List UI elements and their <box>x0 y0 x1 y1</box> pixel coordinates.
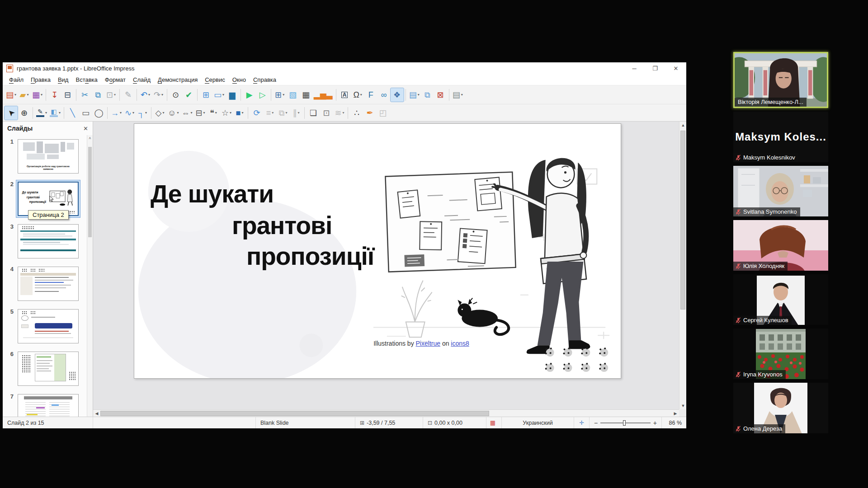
hyperlink-button[interactable]: ∞ <box>377 88 391 102</box>
arrows-tool[interactable]: →▾ <box>109 106 123 120</box>
insert-image-button[interactable]: ▧ <box>286 88 299 102</box>
dropdown-arrow-icon[interactable]: ▾ <box>272 111 274 115</box>
participant-tile-6[interactable]: Iryna Kryvonos <box>733 328 828 379</box>
slide-thumbnail-4[interactable] <box>16 265 80 303</box>
special-character-button[interactable]: Ω▾ <box>351 88 364 102</box>
icons8-link[interactable]: icons8 <box>451 340 469 347</box>
dropdown-arrow-icon[interactable]: ▾ <box>177 111 179 115</box>
slide-thumbnail-preview[interactable] <box>18 394 79 417</box>
dropdown-arrow-icon[interactable]: ▾ <box>230 111 231 115</box>
slide-thumbnail-preview[interactable] <box>18 352 79 386</box>
curve-tool[interactable]: ∿▾ <box>123 106 136 120</box>
dropdown-arrow-icon[interactable]: ▾ <box>45 111 47 115</box>
status-language[interactable]: Украинский <box>502 417 574 428</box>
menu-вид[interactable]: Вид <box>54 75 72 84</box>
fit-slide-button[interactable]: ✛ <box>574 417 590 428</box>
slide-properties-button[interactable]: ▤▾ <box>451 88 464 102</box>
menu-сервис[interactable]: Сервис <box>201 75 229 84</box>
insert-media-button[interactable]: ▦ <box>299 88 312 102</box>
participant-tile-3[interactable]: Svitlana Symonenko <box>733 166 828 216</box>
slide-title-line-1[interactable]: Де шукати <box>151 182 274 206</box>
pixeltrue-link[interactable]: Pixeltrue <box>416 340 440 347</box>
zoom-in-icon[interactable]: + <box>653 419 657 427</box>
stars-tool[interactable]: ☆▾ <box>220 106 233 120</box>
copy-button[interactable]: ⧉ <box>91 88 104 102</box>
scroll-down-arrow-icon[interactable]: ▼ <box>679 402 687 409</box>
scroll-up-icon[interactable]: ˄ <box>87 135 93 141</box>
redo-button[interactable]: ↷▾ <box>152 88 165 102</box>
menu-окно[interactable]: Окно <box>229 75 250 84</box>
undo-button[interactable]: ↶▾ <box>139 88 152 102</box>
ellipse-tool[interactable]: ◯ <box>92 106 105 120</box>
dropdown-arrow-icon[interactable]: ▾ <box>360 93 362 97</box>
connector-tool[interactable]: ┐▾ <box>136 106 149 120</box>
participant-tile-5[interactable]: Сергей Кулешов <box>733 274 828 325</box>
status-slide-number[interactable]: Слайд 2 из 15 <box>3 417 93 428</box>
scroll-right-arrow-icon[interactable]: ▶ <box>672 410 679 417</box>
zoom-slider[interactable]: − + <box>590 417 662 428</box>
slide-thumbnail-7[interactable] <box>16 392 80 417</box>
dropdown-arrow-icon[interactable]: ▾ <box>222 93 224 97</box>
start-first-slide-button[interactable]: ▶ <box>243 88 256 102</box>
duplicate-slide-button[interactable]: ⧉ <box>421 88 434 102</box>
dropdown-arrow-icon[interactable]: ▾ <box>215 111 217 115</box>
dropdown-arrow-icon[interactable]: ▾ <box>120 111 122 115</box>
fontwork-button[interactable]: F <box>364 88 377 102</box>
dropdown-arrow-icon[interactable]: ▾ <box>27 93 28 97</box>
participant-tile-7[interactable]: Олена Дереза <box>733 383 828 433</box>
unsaved-changes-icon[interactable]: ▦ <box>490 419 495 426</box>
dropdown-arrow-icon[interactable]: ▾ <box>343 111 344 115</box>
zoom-level[interactable]: 86 % <box>662 417 686 428</box>
menu-вставка[interactable]: Вставка <box>72 75 101 84</box>
open-button[interactable]: ▰▾ <box>18 88 31 102</box>
show-draw-functions-button[interactable]: ❖ <box>391 88 404 102</box>
dropdown-arrow-icon[interactable]: ▾ <box>241 111 243 115</box>
menu-формат[interactable]: Формат <box>101 75 129 84</box>
new-slide-button[interactable]: ▤▾ <box>408 88 421 102</box>
slide-title-line-2[interactable]: грантові <box>232 213 332 238</box>
display-grid-button[interactable]: ⊞ <box>199 88 212 102</box>
rectangle-tool[interactable]: ▭ <box>79 106 92 120</box>
dropdown-arrow-icon[interactable]: ▾ <box>114 93 116 97</box>
slide-title-line-3[interactable]: пропозиції <box>246 244 374 269</box>
menu-демонстрация[interactable]: Демонстрация <box>154 75 201 84</box>
status-save-state[interactable]: ▦ <box>486 417 502 428</box>
slide-thumbnail-3[interactable] <box>16 222 80 260</box>
participant-tile-4[interactable]: Юлія Холодняк <box>733 220 828 271</box>
insert-textbox-button[interactable]: A <box>338 88 351 102</box>
fill-color-tool[interactable]: ◧▾ <box>48 106 62 120</box>
slides-scrollbar-thumb[interactable] <box>88 147 92 237</box>
zoom-slider-track[interactable] <box>600 422 651 423</box>
menu-слайд[interactable]: Слайд <box>129 75 154 84</box>
dropdown-arrow-icon[interactable]: ▾ <box>148 93 150 97</box>
glue-points-tool[interactable]: ✒ <box>363 106 376 120</box>
vertical-scrollbar[interactable]: ▲ ▼ <box>679 122 686 409</box>
dropdown-arrow-icon[interactable]: ▾ <box>59 111 61 115</box>
crop-tool[interactable]: ⊡ <box>320 106 333 120</box>
scroll-left-arrow-icon[interactable]: ◀ <box>93 410 100 417</box>
dropdown-arrow-icon[interactable]: ▾ <box>190 111 192 115</box>
close-button[interactable]: ✕ <box>665 62 686 75</box>
find-replace-button[interactable]: ⊙ <box>169 88 182 102</box>
dropdown-arrow-icon[interactable]: ▾ <box>461 93 463 97</box>
line-tool[interactable]: ╲ <box>66 106 79 120</box>
dropdown-arrow-icon[interactable]: ▾ <box>161 93 163 97</box>
slide-thumbnail-preview[interactable] <box>18 224 79 258</box>
menu-правка[interactable]: Правка <box>27 75 54 84</box>
horizontal-scrollbar[interactable]: ◀ ▶ <box>93 409 679 417</box>
new-document-button[interactable]: ▤▾ <box>5 88 18 102</box>
dropdown-arrow-icon[interactable]: ▾ <box>162 111 164 115</box>
print-button[interactable]: ⊟ <box>61 88 74 102</box>
slide-thumbnail-1[interactable]: Організація роботи над грантовою заявкою <box>16 137 80 175</box>
insert-table-button[interactable]: ⊞▾ <box>273 88 286 102</box>
master-slide-button[interactable]: ▆ <box>226 88 239 102</box>
export-pdf-button[interactable]: ↧ <box>48 88 61 102</box>
spelling-button[interactable]: ✔ <box>182 88 195 102</box>
restore-button[interactable]: ❐ <box>645 62 665 75</box>
slide-thumbnail-preview[interactable] <box>18 309 79 343</box>
rotate-tool[interactable]: ⟳ <box>250 106 263 120</box>
menu-файл[interactable]: Файл <box>5 75 27 84</box>
status-slide-layout[interactable]: Blank Slide <box>256 417 355 428</box>
shadow-tool[interactable]: ❏ <box>307 106 320 120</box>
menu-справка[interactable]: Справка <box>250 75 280 84</box>
